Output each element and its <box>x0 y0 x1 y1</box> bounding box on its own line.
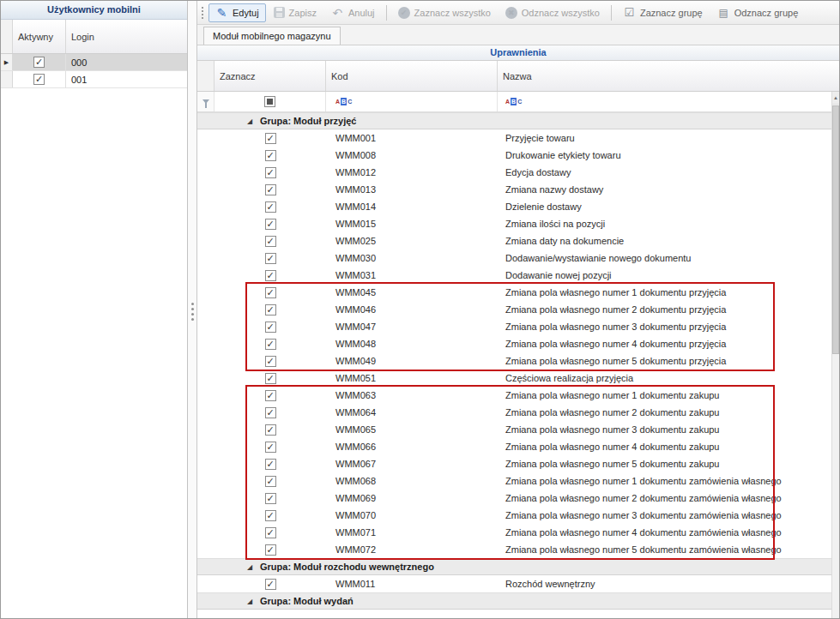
toolbar-button-zapisz[interactable]: Zapisz <box>267 3 323 22</box>
permission-checkbox[interactable] <box>265 150 276 161</box>
check-circle-icon <box>398 7 410 19</box>
permission-checkbox[interactable] <box>265 219 276 230</box>
permission-checkbox[interactable] <box>265 356 276 367</box>
filter-checkbox[interactable] <box>264 96 275 107</box>
permission-checkbox[interactable] <box>265 390 276 401</box>
permission-row[interactable]: WMM011 Rozchód wewnętrzny <box>197 575 839 592</box>
toolbar-grip[interactable] <box>200 6 206 20</box>
row-indicator-header <box>1 20 13 53</box>
permission-row[interactable]: WMM015 Zmiana ilości na pozycji <box>197 215 839 232</box>
permission-checkbox[interactable] <box>265 579 276 590</box>
permission-checkbox[interactable] <box>265 459 276 470</box>
row-indicator-cell <box>1 54 13 70</box>
column-header-aktywny[interactable]: Aktywny <box>13 20 66 53</box>
permission-row[interactable]: WMM072 Zmiana pola własnego numer 5 doku… <box>197 541 839 558</box>
permission-row[interactable]: WMM012 Edycja dostawy <box>197 164 839 181</box>
toolbar-button-zaznacz-wszystko[interactable]: Zaznacz wszystko <box>391 3 498 22</box>
permission-check-cell <box>215 167 326 178</box>
permission-checkbox[interactable] <box>265 424 276 436</box>
user-active-checkbox[interactable] <box>33 57 45 68</box>
permission-code: WMM072 <box>326 544 498 555</box>
permission-checkbox[interactable] <box>265 407 276 418</box>
group-row[interactable]: Grupa: Moduł rozchodu wewnętrznego <box>197 558 839 575</box>
permission-row[interactable]: WMM071 Zmiana pola własnego numer 4 doku… <box>197 524 839 541</box>
user-login: 001 <box>66 71 187 87</box>
column-header-kod[interactable]: Kod <box>326 61 498 91</box>
permission-checkbox[interactable] <box>265 304 276 316</box>
permission-row[interactable]: WMM051 Częściowa realizacja przyjęcia <box>197 370 839 387</box>
group-collapse-icon[interactable] <box>247 117 256 125</box>
toolbar-button-label: Zaznacz wszystko <box>414 8 491 18</box>
permission-row[interactable]: WMM065 Zmiana pola własnego numer 3 doku… <box>197 421 839 438</box>
column-header-zaznacz[interactable]: Zaznacz <box>215 61 326 91</box>
group-collapse-icon[interactable] <box>247 563 256 571</box>
save-icon <box>274 7 285 18</box>
permission-checkbox[interactable] <box>265 322 276 333</box>
group-row[interactable]: Grupa: Moduł wydań <box>197 592 839 610</box>
permission-checkbox[interactable] <box>265 339 276 350</box>
scroll-up-arrow-icon[interactable] <box>832 92 839 105</box>
filter-zaznacz-cell[interactable] <box>215 92 326 111</box>
tab-modul-mobilnego-magazynu[interactable]: Moduł mobilnego magazynu <box>203 27 341 45</box>
permission-checkbox[interactable] <box>265 236 276 247</box>
toolbar-separator <box>611 5 612 21</box>
group-collapse-icon[interactable] <box>247 598 256 605</box>
permission-row[interactable]: WMM063 Zmiana pola własnego numer 1 doku… <box>197 387 839 404</box>
permission-checkbox[interactable] <box>265 544 276 556</box>
permission-checkbox[interactable] <box>265 527 276 538</box>
permission-row[interactable]: WMM069 Zmiana pola własnego numer 2 doku… <box>197 490 839 507</box>
toolbar-button-edytuj[interactable]: Edytuj <box>208 3 266 22</box>
permission-row[interactable]: WMM068 Zmiana pola własnego numer 1 doku… <box>197 472 839 490</box>
permission-checkbox[interactable] <box>265 510 276 521</box>
toolbar-button-anuluj[interactable]: Anuluj <box>324 3 382 22</box>
permission-row[interactable]: WMM013 Zmiana nazwy dostawy <box>197 181 839 198</box>
permission-row[interactable]: WMM066 Zmiana pola własnego numer 4 doku… <box>197 438 839 455</box>
permission-row[interactable]: WMM001 Przyjęcie towaru <box>197 129 839 147</box>
user-row[interactable]: 000 <box>1 54 187 71</box>
toolbar-button-odznacz-grupę[interactable]: Odznacz grupę <box>710 3 806 22</box>
permission-row[interactable]: WMM031 Dodawanie nowej pozycji <box>197 267 839 284</box>
permission-checkbox[interactable] <box>265 270 276 281</box>
column-header-login[interactable]: Login <box>66 20 187 53</box>
permission-code: WMM045 <box>326 287 498 297</box>
permission-checkbox[interactable] <box>265 442 276 453</box>
vertical-scrollbar[interactable] <box>831 92 839 618</box>
permission-code: WMM051 <box>326 373 498 383</box>
permission-name: Zmiana pola własnego numer 3 dokumentu z… <box>498 424 839 435</box>
user-row[interactable]: 001 <box>1 71 187 88</box>
permission-checkbox[interactable] <box>265 167 276 178</box>
permission-row[interactable]: WMM070 Zmiana pola własnego numer 3 doku… <box>197 507 839 524</box>
users-rows: 000 001 <box>1 54 187 88</box>
permission-name: Częściowa realizacja przyjęcia <box>498 373 839 383</box>
toolbar-button-odznacz-wszystko[interactable]: Odznacz wszystko <box>499 3 607 22</box>
toolbar-button-zaznacz-grupę[interactable]: Zaznacz grupę <box>616 3 710 22</box>
check-group-icon <box>623 6 636 19</box>
filter-nazwa-cell[interactable]: ABC <box>498 92 839 111</box>
filter-kod-cell[interactable]: ABC <box>326 92 498 111</box>
scrollbar-thumb[interactable] <box>832 105 839 354</box>
permission-row[interactable]: WMM030 Dodawanie/wystawianie nowego doku… <box>197 249 839 267</box>
group-row[interactable]: Grupa: Moduł przyjęć <box>197 112 839 129</box>
permission-row[interactable]: WMM049 Zmiana pola własnego numer 5 doku… <box>197 352 839 370</box>
permission-row[interactable]: WMM047 Zmiana pola własnego numer 3 doku… <box>197 318 839 335</box>
permission-checkbox[interactable] <box>265 476 276 487</box>
panel-splitter[interactable] <box>188 1 197 618</box>
permission-row[interactable]: WMM046 Zmiana pola własnego numer 2 doku… <box>197 301 839 318</box>
permission-row[interactable]: WMM014 Dzielenie dostawy <box>197 198 839 215</box>
permission-row[interactable]: WMM025 Zmiana daty na dokumencie <box>197 232 839 249</box>
permission-checkbox[interactable] <box>265 253 276 264</box>
permission-checkbox[interactable] <box>265 201 276 213</box>
permission-row[interactable]: WMM008 Drukowanie etykiety towaru <box>197 147 839 164</box>
permission-checkbox[interactable] <box>265 373 276 384</box>
permission-checkbox[interactable] <box>265 184 276 195</box>
permission-name: Zmiana pola własnego numer 5 dokumentu p… <box>498 356 839 366</box>
permission-checkbox[interactable] <box>265 287 276 298</box>
permission-row[interactable]: WMM045 Zmiana pola własnego numer 1 doku… <box>197 284 839 301</box>
permission-row[interactable]: WMM064 Zmiana pola własnego numer 2 doku… <box>197 404 839 421</box>
permission-checkbox[interactable] <box>265 133 276 144</box>
permission-row[interactable]: WMM048 Zmiana pola własnego numer 4 doku… <box>197 335 839 352</box>
column-header-nazwa[interactable]: Nazwa <box>498 61 839 91</box>
permission-row[interactable]: WMM067 Zmiana pola własnego numer 5 doku… <box>197 455 839 472</box>
user-active-checkbox[interactable] <box>33 74 45 85</box>
permission-checkbox[interactable] <box>265 493 276 504</box>
